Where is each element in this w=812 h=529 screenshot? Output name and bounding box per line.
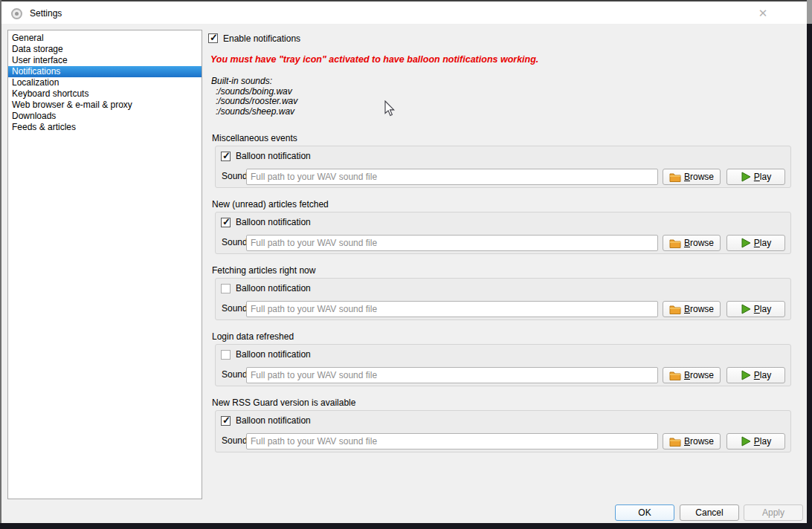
titlebar[interactable]: Settings ✕ <box>1 1 807 24</box>
play-button[interactable]: Play <box>726 235 785 251</box>
section-title-login-refreshed: Login data refreshed <box>212 331 294 342</box>
play-label: Play <box>754 238 771 248</box>
sound-label: Sound <box>222 370 248 380</box>
play-label: Play <box>754 304 771 314</box>
settings-window: Settings ✕ General Data storage User int… <box>0 0 807 523</box>
sound-label: Sound <box>222 172 248 181</box>
ok-button[interactable]: OK <box>615 504 674 521</box>
builtin-sounds-header: Built-in sounds: <box>211 77 297 87</box>
browse-button[interactable]: Browse <box>663 433 721 450</box>
sound-path-input[interactable] <box>246 169 658 185</box>
play-icon <box>741 304 751 314</box>
window-border-left <box>0 0 1 523</box>
mouse-cursor <box>384 100 396 117</box>
sound-path-input[interactable] <box>246 433 658 450</box>
play-icon <box>741 172 751 182</box>
browse-button[interactable]: Browse <box>663 367 721 383</box>
sidebar-item-data-storage[interactable]: Data storage <box>8 44 202 55</box>
sidebar-item-general[interactable]: General <box>8 33 202 44</box>
window-title: Settings <box>30 8 62 19</box>
sidebar-item-keyboard-shortcuts[interactable]: Keyboard shortcuts <box>8 88 202 100</box>
play-icon <box>741 436 751 447</box>
folder-icon <box>669 172 681 182</box>
balloon-label[interactable]: Balloon notification <box>236 218 311 227</box>
section-box-login-refreshed: ✓ Balloon notification Sound Browse Play <box>215 344 791 386</box>
sound-path-input[interactable] <box>246 301 658 317</box>
sidebar-item-feeds-articles[interactable]: Feeds & articles <box>8 122 202 133</box>
sidebar-item-notifications[interactable]: Notifications <box>8 66 202 77</box>
folder-icon <box>669 305 681 314</box>
section-title-new-articles: New (unread) articles fetched <box>212 199 329 210</box>
play-label: Play <box>754 172 771 182</box>
settings-category-list: General Data storage User interface Noti… <box>7 30 202 499</box>
sound-path-input[interactable] <box>246 367 658 383</box>
balloon-checkbox[interactable]: ✓ <box>221 284 231 293</box>
play-button[interactable]: Play <box>726 367 785 383</box>
sidebar-item-user-interface[interactable]: User interface <box>8 55 202 66</box>
balloon-checkbox[interactable]: ✓ <box>221 218 231 227</box>
play-button[interactable]: Play <box>726 433 785 450</box>
folder-icon <box>669 437 681 447</box>
play-label: Play <box>754 370 771 380</box>
browse-button[interactable]: Browse <box>663 169 721 185</box>
settings-gear-icon <box>11 8 22 19</box>
check-icon: ✓ <box>210 32 218 43</box>
section-box-fetching-now: ✓ Balloon notification Sound Browse Play <box>215 278 791 320</box>
sound-label: Sound <box>222 436 248 446</box>
check-icon: ✓ <box>222 415 231 426</box>
sound-label: Sound <box>222 238 248 247</box>
browse-label: Browse <box>684 238 714 248</box>
folder-icon <box>669 371 681 380</box>
balloon-label[interactable]: Balloon notification <box>236 350 311 360</box>
tray-icon-warning-text: You must have "tray icon" activated to h… <box>210 54 538 65</box>
builtin-sound-path: :/sounds/sheep.wav <box>211 107 297 117</box>
balloon-checkbox[interactable]: ✓ <box>221 350 231 360</box>
browse-button[interactable]: Browse <box>663 301 721 317</box>
apply-button[interactable]: Apply <box>744 504 803 521</box>
window-right-edge <box>807 0 812 24</box>
play-icon <box>741 370 751 380</box>
balloon-label[interactable]: Balloon notification <box>236 152 311 161</box>
builtin-sounds-block: Built-in sounds: :/sounds/boing.wav :/so… <box>211 77 297 117</box>
cancel-button[interactable]: Cancel <box>680 504 739 521</box>
section-title-new-version: New RSS Guard version is available <box>212 397 355 408</box>
builtin-sound-path: :/sounds/boing.wav <box>211 87 297 97</box>
section-box-misc-events: ✓ Balloon notification Sound Browse Play <box>215 146 791 188</box>
browse-label: Browse <box>684 304 714 314</box>
balloon-label[interactable]: Balloon notification <box>236 416 311 426</box>
section-box-new-version: ✓ Balloon notification Sound Browse Play <box>215 410 791 452</box>
play-label: Play <box>754 436 771 447</box>
browse-label: Browse <box>684 172 714 182</box>
close-icon[interactable]: ✕ <box>754 5 772 22</box>
browse-label: Browse <box>684 436 714 447</box>
balloon-checkbox[interactable]: ✓ <box>221 416 231 426</box>
section-title-fetching-now: Fetching articles right now <box>212 265 315 276</box>
section-title-misc-events: Miscellaneous events <box>212 133 297 143</box>
play-icon <box>741 238 751 248</box>
play-button[interactable]: Play <box>726 301 785 317</box>
check-icon: ✓ <box>222 150 231 161</box>
sound-path-input[interactable] <box>246 235 658 251</box>
enable-notifications-checkbox[interactable]: ✓ <box>208 33 218 43</box>
sound-label: Sound <box>222 304 248 314</box>
folder-icon <box>669 238 681 248</box>
sidebar-item-downloads[interactable]: Downloads <box>8 111 202 122</box>
section-box-new-articles: ✓ Balloon notification Sound Browse Play <box>215 212 791 254</box>
browse-label: Browse <box>684 370 714 380</box>
balloon-label[interactable]: Balloon notification <box>236 284 311 293</box>
enable-notifications-label[interactable]: Enable notifications <box>223 33 300 44</box>
browse-button[interactable]: Browse <box>663 235 721 251</box>
check-icon: ✓ <box>222 216 231 227</box>
balloon-checkbox[interactable]: ✓ <box>221 152 231 161</box>
play-button[interactable]: Play <box>726 169 785 185</box>
builtin-sound-path: :/sounds/rooster.wav <box>211 97 297 107</box>
sidebar-item-web-browser[interactable]: Web browser & e-mail & proxy <box>8 100 202 111</box>
sidebar-item-localization[interactable]: Localization <box>8 77 202 88</box>
